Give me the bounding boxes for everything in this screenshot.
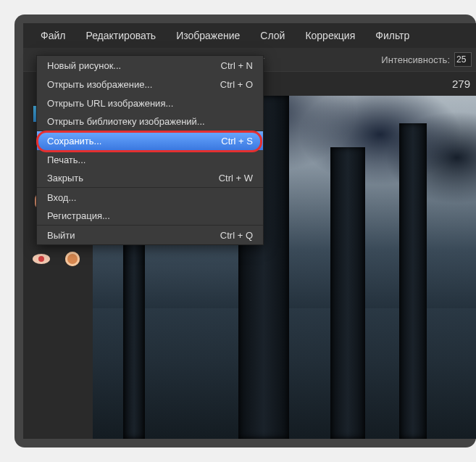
menu-item-new[interactable]: Новый рисунок... Ctrl + N (37, 56, 263, 75)
menu-item-label: Открыть изображение... (47, 79, 152, 90)
menu-item-label: Открыть URL изображения... (47, 98, 173, 109)
menu-item-register[interactable]: Регистрация... (37, 207, 263, 226)
menu-item-label: Закрыть (47, 173, 83, 183)
menu-layer[interactable]: Слой (250, 24, 295, 47)
menu-image[interactable]: Изображение (166, 24, 250, 47)
window-frame: Файл Редактировать Изображение Слой Корр… (14, 15, 476, 447)
menu-item-shortcut: Ctrl + N (221, 60, 253, 71)
menu-item-label: Сохранить... (47, 136, 101, 147)
status-width: 279 (452, 78, 470, 90)
tool-heal[interactable] (60, 247, 85, 271)
menu-item-shortcut: Ctrl + Q (220, 230, 253, 241)
menu-adjust[interactable]: Коррекция (295, 24, 365, 47)
menu-item-login[interactable]: Вход... (37, 188, 263, 207)
scene-tree (399, 123, 427, 439)
menu-item-shortcut: Ctrl + O (220, 79, 253, 90)
menu-item-label: Открыть библиотеку изображений... (47, 116, 205, 127)
menu-item-print[interactable]: Печать... (37, 150, 263, 169)
menu-file[interactable]: Файл (30, 24, 75, 47)
menu-item-label: Выйти (47, 230, 75, 241)
scene-tree (330, 147, 365, 439)
intensity-input[interactable] (454, 52, 472, 67)
menu-filter[interactable]: Фильтр (365, 24, 419, 47)
menu-item-label: Вход... (47, 192, 76, 203)
menu-item-label: Новый рисунок... (47, 60, 121, 71)
menu-item-open-url[interactable]: Открыть URL изображения... (37, 94, 263, 112)
menu-item-shortcut: Ctrl + W (219, 173, 253, 183)
menu-item-label: Печать... (47, 154, 85, 165)
menu-item-open[interactable]: Открыть изображение... Ctrl + O (37, 75, 263, 94)
menu-item-close[interactable]: Закрыть Ctrl + W (37, 169, 263, 188)
file-menu-dropdown: Новый рисунок... Ctrl + N Открыть изобра… (36, 55, 264, 245)
menu-item-open-library[interactable]: Открыть библиотеку изображений... (37, 112, 263, 131)
menu-item-quit[interactable]: Выйти Ctrl + Q (37, 226, 263, 244)
menu-edit[interactable]: Редактировать (75, 24, 166, 47)
intensity-group: Интенсивность: (381, 52, 472, 67)
tool-redeye[interactable] (29, 247, 54, 271)
intensity-label: Интенсивность: (381, 54, 450, 65)
menu-item-save[interactable]: Сохранить... Ctrl + S (37, 131, 263, 150)
menu-item-label: Регистрация... (47, 210, 110, 221)
menubar: Файл Редактировать Изображение Слой Корр… (23, 23, 476, 48)
menu-item-shortcut: Ctrl + S (221, 136, 253, 147)
